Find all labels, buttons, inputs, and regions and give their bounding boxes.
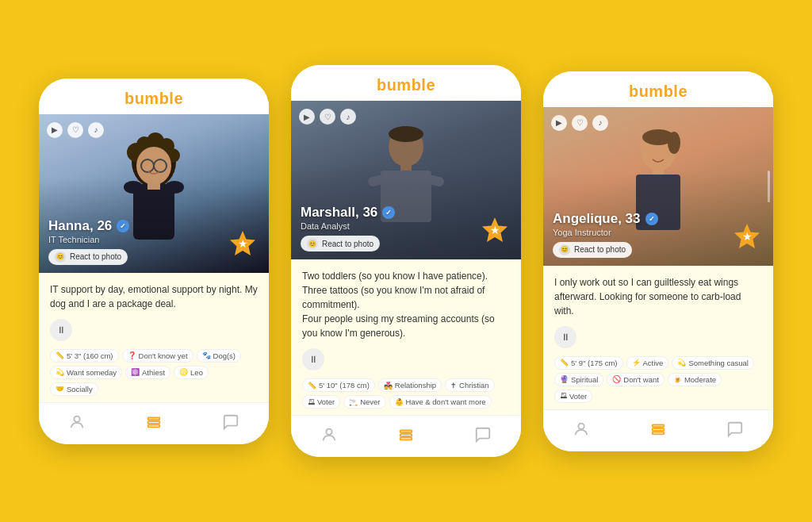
tags-section-3: 📏5' 9" (175 cm) ⚡Active 💫Something casua… — [554, 356, 762, 403]
icon-dot-3b: ♡ — [572, 115, 588, 131]
svg-rect-43 — [653, 428, 665, 431]
tag-religion-2: ✝Christian — [445, 378, 495, 392]
tag-rel-2: 💑Relationship — [378, 378, 442, 392]
phone-1: bumble ▶ ♡ ♪ — [39, 79, 269, 444]
profile-card-body-2: Two toddlers (so you know I have patienc… — [291, 259, 521, 415]
profile-image-1: ▶ ♡ ♪ — [39, 114, 269, 273]
svg-rect-24 — [367, 175, 385, 188]
profile-icons-row-2: ▶ ♡ ♪ — [299, 109, 356, 125]
tag-height-1: 📏5' 3" (160 cm) — [50, 349, 119, 363]
svg-rect-19 — [148, 424, 160, 427]
svg-point-34 — [668, 132, 680, 154]
svg-point-16 — [75, 416, 80, 421]
svg-text:★: ★ — [490, 224, 500, 236]
audio-button-2[interactable]: ⏸ — [302, 348, 324, 370]
svg-rect-18 — [148, 421, 160, 424]
audio-row-1: ⏸ — [50, 319, 258, 341]
footer-person-icon-3[interactable] — [570, 418, 592, 440]
tag-want-1: 💫Want someday — [50, 366, 122, 379]
tag-pet-1: 🐾Dog(s) — [197, 349, 242, 363]
tag-social-1: 🤝Socially — [50, 382, 98, 396]
verified-badge-2: ✓ — [382, 206, 395, 219]
star-badge-3[interactable]: ★ — [730, 221, 764, 258]
tag-intention-3: 💫Something casual — [672, 356, 754, 370]
phone-3: bumble ▶ ♡ ♪ — [543, 71, 773, 451]
footer-stack-icon-1[interactable] — [143, 411, 165, 433]
footer-chat-icon-3[interactable] — [724, 418, 746, 440]
tags-section-1: 📏5' 3" (160 cm) ❓Don't know yet 🐾Dog(s) … — [50, 349, 258, 396]
svg-rect-17 — [148, 417, 160, 420]
tag-religion-1: ⚛️Athiest — [125, 366, 170, 379]
icon-dot-1b: ♡ — [67, 122, 83, 138]
profile-icons-row-3: ▶ ♡ ♪ — [551, 115, 608, 131]
audio-row-3: ⏸ — [554, 326, 762, 348]
tag-height-2: 📏5' 10" (178 cm) — [302, 378, 375, 392]
phone-footer-2 — [291, 415, 521, 457]
profile-card-body-3: I only work out so I can guiltlessly eat… — [543, 266, 773, 409]
footer-chat-icon-1[interactable] — [220, 411, 242, 433]
footer-stack-icon-2[interactable] — [395, 424, 417, 446]
svg-rect-13 — [147, 182, 160, 190]
svg-rect-30 — [400, 434, 412, 436]
footer-person-icon-2[interactable] — [318, 424, 340, 446]
icon-dot-3c: ♪ — [592, 115, 608, 131]
svg-rect-25 — [427, 175, 445, 188]
phones-container: bumble ▶ ♡ ♪ — [7, 41, 805, 481]
svg-rect-35 — [653, 168, 664, 176]
scroll-indicator-3 — [768, 171, 770, 202]
react-icon-3: 😊 — [559, 244, 570, 255]
audio-button-3[interactable]: ⏸ — [554, 326, 576, 348]
tag-voter-2: 🗳Voter — [302, 395, 340, 409]
react-to-photo-1[interactable]: 😊 React to photo — [48, 249, 128, 265]
svg-point-12 — [165, 181, 184, 194]
react-icon-2: 😊 — [307, 238, 318, 249]
star-badge-2[interactable]: ★ — [478, 215, 511, 251]
tag-active-3: ⚡Active — [626, 356, 669, 370]
icon-dot-1a: ▶ — [47, 122, 63, 138]
star-badge-1[interactable]: ★ — [226, 228, 259, 265]
profile-image-2: ▶ ♡ ♪ — [291, 101, 521, 259]
svg-point-11 — [124, 181, 143, 194]
tag-voter-3: 🗳Voter — [554, 390, 592, 403]
verified-badge-1: ✓ — [117, 220, 129, 232]
footer-chat-icon-2[interactable] — [472, 424, 494, 446]
footer-person-icon-1[interactable] — [66, 411, 88, 433]
tag-kids-1: ❓Don't know yet — [122, 349, 193, 363]
profile-icons-row-1: ▶ ♡ ♪ — [47, 122, 104, 138]
tag-spiritual-3: 🔮Spiritual — [554, 373, 603, 386]
audio-row-2: ⏸ — [302, 348, 510, 370]
tag-drink-3: 🍺Moderate — [668, 373, 722, 386]
tag-kids-2: 👶Have & don't want more — [389, 395, 492, 409]
svg-rect-37 — [644, 175, 652, 190]
react-to-photo-2[interactable]: 😊 React to photo — [301, 236, 380, 251]
svg-rect-31 — [400, 438, 412, 440]
svg-rect-44 — [653, 432, 665, 434]
profile-card-body-1: IT support by day, emotional support by … — [39, 273, 269, 402]
tag-kids-3: 🚫Don't want — [607, 373, 665, 386]
bio-text-1: IT support by day, emotional support by … — [50, 282, 258, 311]
footer-stack-icon-3[interactable] — [647, 418, 669, 440]
verified-badge-3: ✓ — [645, 213, 658, 225]
icon-dot-2a: ▶ — [299, 109, 315, 125]
svg-rect-29 — [400, 431, 412, 433]
svg-point-41 — [579, 423, 584, 428]
tags-section-2: 📏5' 10" (178 cm) 💑Relationship ✝Christia… — [302, 378, 510, 409]
bio-text-3: I only work out so I can guiltlessly eat… — [554, 275, 762, 318]
icon-dot-1c: ♪ — [88, 122, 104, 138]
icon-dot-2c: ♪ — [340, 109, 356, 125]
svg-rect-38 — [665, 175, 672, 190]
svg-point-21 — [389, 126, 423, 142]
profile-image-3: ▶ ♡ ♪ — [543, 107, 773, 266]
audio-button-1[interactable]: ⏸ — [50, 319, 72, 341]
svg-point-28 — [327, 429, 332, 435]
react-to-photo-3[interactable]: 😊 React to photo — [553, 242, 632, 258]
tag-height-3: 📏5' 9" (175 cm) — [554, 356, 623, 370]
phone-footer-1 — [39, 402, 269, 444]
react-icon-1: 😊 — [55, 251, 66, 263]
svg-text:★: ★ — [238, 237, 248, 250]
svg-rect-22 — [400, 164, 412, 172]
icon-dot-3a: ▶ — [551, 115, 567, 131]
app-logo-2: bumble — [291, 65, 521, 101]
app-logo-1: bumble — [39, 79, 269, 114]
svg-rect-42 — [653, 424, 665, 427]
